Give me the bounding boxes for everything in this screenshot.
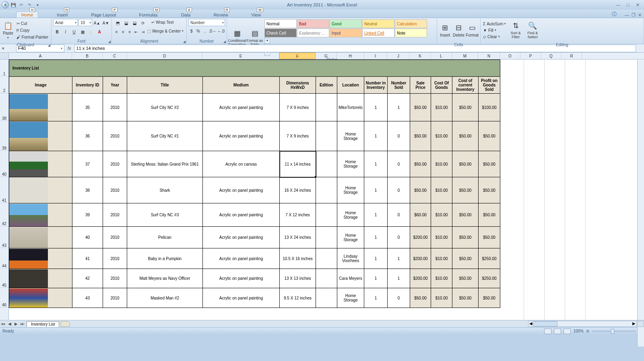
clear-button[interactable]: ◇Clear▾	[483, 34, 506, 40]
cell-title[interactable]: Sterling Moss: Italian Grand Prix 1961	[127, 151, 203, 177]
cell-num-sold[interactable]: 1	[388, 94, 410, 121]
cell-inventory-id[interactable]: 35	[72, 94, 103, 121]
sort-filter-button[interactable]: ⇅Sort & Filter	[508, 19, 524, 41]
table-row[interactable]: 432010Masked Man #2Acrylic on panel pain…	[9, 288, 500, 308]
inc-decimal-icon[interactable]: .0→	[208, 27, 217, 35]
cell-num-inventory[interactable]: 1	[364, 269, 388, 288]
number-format-combo[interactable]: Number	[188, 19, 225, 26]
tab-page-layout[interactable]: Page Layout	[86, 12, 121, 18]
autosum-button[interactable]: ΣAutoSum▾	[483, 21, 506, 27]
style-calculation[interactable]: Calculation	[395, 19, 427, 28]
cell-dimensions[interactable]: 7 X 9 inches	[280, 121, 316, 151]
cell-title[interactable]: Shark	[127, 177, 203, 203]
style-note[interactable]: Note	[395, 29, 427, 37]
tab-nav-prev-icon[interactable]: ◀	[6, 322, 13, 326]
comma-icon[interactable]: ,	[202, 27, 208, 35]
fx-icon[interactable]: fx	[64, 46, 74, 51]
cell-num-inventory[interactable]: 1	[364, 94, 388, 121]
align-left-icon[interactable]: ≡	[114, 28, 120, 36]
table-header[interactable]: Dimensions HxWxD	[280, 77, 316, 94]
row-header-41[interactable]: 41	[0, 177, 8, 203]
cell-num-sold[interactable]: 0	[388, 203, 410, 227]
cell-inventory-id[interactable]: 41	[72, 248, 103, 269]
tab-data[interactable]: Data	[176, 12, 195, 18]
cell-medium[interactable]: Acrylic on panel painting	[203, 203, 280, 227]
cell-medium[interactable]: Acrylic on panel painting	[203, 121, 280, 151]
cell-inventory-id[interactable]: 38	[72, 177, 103, 203]
cell-sale-price[interactable]: $200.00	[410, 248, 431, 269]
col-header-R[interactable]: R	[561, 53, 582, 59]
align-top-icon[interactable]: ⬒	[114, 19, 122, 27]
cell-dimensions[interactable]: 7 X 12 inches	[280, 203, 316, 227]
cell-location[interactable]: Home Storage	[337, 203, 364, 227]
close-button[interactable]: ✕	[634, 2, 642, 8]
cell-edition[interactable]	[316, 248, 337, 269]
row-header-42[interactable]: 42	[0, 203, 8, 226]
col-header-A[interactable]: A	[9, 53, 72, 59]
view-normal-icon[interactable]	[544, 328, 551, 334]
cell-location[interactable]: Home Storage	[337, 177, 364, 203]
style-linked-cell[interactable]: Linked Cell	[362, 29, 394, 37]
bold-button[interactable]: B	[53, 28, 61, 36]
cell-num-sold[interactable]: 1	[388, 269, 410, 288]
cut-button[interactable]: ✂Cut	[15, 20, 50, 27]
dialog-launcher-icon[interactable]: ◢	[223, 40, 226, 43]
table-row[interactable]: 382010SharkAcrylic on panel painting16 X…	[9, 177, 500, 203]
cell-cost-inventory[interactable]: $50.00	[452, 121, 479, 151]
cell-profit[interactable]: $50.00	[479, 177, 500, 203]
sheet-tab[interactable]: Inventory List	[27, 321, 59, 327]
tab-formulas[interactable]: Formulas	[134, 12, 163, 18]
table-header[interactable]: Inventory ID	[72, 77, 103, 94]
cell-location[interactable]: Cara Meyers	[337, 269, 364, 288]
cell-profit[interactable]: $50.00	[479, 203, 500, 227]
insert-cells-button[interactable]: ⊞Insert	[439, 19, 452, 41]
table-row[interactable]: 402010PelicanAcrylic on panel painting13…	[9, 227, 500, 248]
font-color-button[interactable]: A	[95, 28, 103, 36]
cell-location[interactable]: Home Storage	[337, 227, 364, 248]
style-input[interactable]: Input	[330, 29, 362, 37]
office-button[interactable]: X	[2, 1, 9, 8]
cell-inventory-id[interactable]: 43	[72, 288, 103, 308]
cell-sale-price[interactable]: $50.00	[410, 151, 431, 177]
cell-medium[interactable]: Acrylic on panel painting	[203, 227, 280, 248]
shrink-font-icon[interactable]: A▼	[102, 19, 110, 27]
col-header-M[interactable]: M	[452, 53, 478, 59]
tab-view[interactable]: View	[247, 12, 266, 18]
cell-num-inventory[interactable]: 1	[364, 203, 388, 227]
cell-edition[interactable]	[316, 121, 337, 151]
align-right-icon[interactable]: ≡	[127, 28, 133, 36]
cell-edition[interactable]	[316, 227, 337, 248]
cell-title[interactable]: Baby in a Pumpkin	[127, 248, 203, 269]
cell-medium[interactable]: Acrylic on panel painting	[203, 288, 280, 308]
dialog-launcher-icon[interactable]: ◢	[108, 40, 111, 43]
table-row[interactable]: 392010Surf City NC #3Acrylic on panel pa…	[9, 203, 500, 227]
cell-profit[interactable]: $250.00	[479, 248, 500, 269]
cell-profit[interactable]: $50.00	[479, 288, 500, 308]
col-header-C[interactable]: C	[103, 53, 127, 59]
style-bad[interactable]: Bad	[297, 19, 329, 28]
paste-button[interactable]: 📋Paste▾	[2, 19, 14, 41]
row-header-46[interactable]: 46	[0, 288, 8, 308]
find-select-button[interactable]: 🔍Find & Select	[524, 19, 541, 41]
cell-profit[interactable]: $50.00	[479, 151, 500, 177]
cell-num-sold[interactable]: 1	[388, 248, 410, 269]
table-header[interactable]: Cost of current Inventory	[452, 77, 479, 94]
row-header-39[interactable]: 39	[0, 121, 8, 151]
cell-num-inventory[interactable]: 1	[364, 288, 388, 308]
border-button[interactable]: ▦	[78, 28, 87, 36]
cell-title[interactable]: Surf City NC #1	[127, 121, 203, 151]
cell-cost-goods[interactable]: $10.00	[431, 227, 452, 248]
table-row[interactable]: 422010Matt Meyers as Navy OfficerAcrylic…	[9, 269, 500, 288]
table-header[interactable]: Number in Inventory	[364, 77, 388, 94]
cell-profit[interactable]: $50.00	[479, 121, 500, 151]
row-header-1[interactable]: 1	[0, 59, 8, 76]
cell-num-inventory[interactable]: 1	[364, 151, 388, 177]
tab-review[interactable]: Review	[209, 12, 233, 18]
horizontal-scrollbar[interactable]: ◀▶	[528, 321, 637, 327]
underline-button[interactable]: U	[70, 28, 78, 36]
cell-cost-goods[interactable]: $10.00	[431, 94, 452, 121]
cell-edition[interactable]	[316, 177, 337, 203]
vertical-scrollbar[interactable]	[637, 60, 644, 347]
orientation-icon[interactable]: ⟳	[139, 19, 147, 27]
cell-profit[interactable]: $250.00	[479, 269, 500, 288]
